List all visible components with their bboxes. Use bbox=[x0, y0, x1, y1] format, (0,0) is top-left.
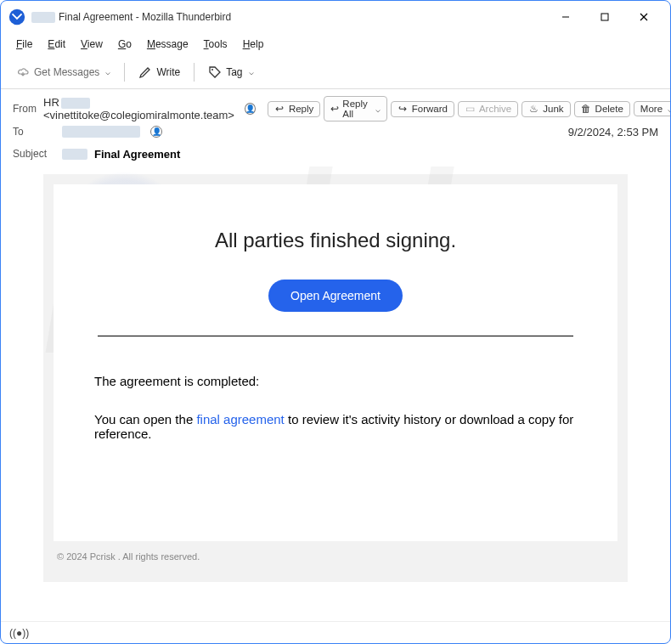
menubar: File Edit View Go Message Tools Help bbox=[1, 33, 670, 55]
reply-icon: ↩ bbox=[274, 104, 285, 115]
final-agreement-link[interactable]: final agreement bbox=[196, 412, 284, 427]
chevron-down-icon: ⌵ bbox=[375, 105, 381, 114]
svg-rect-2 bbox=[601, 14, 608, 20]
close-button[interactable] bbox=[624, 4, 663, 30]
menu-go[interactable]: Go bbox=[111, 36, 138, 53]
menu-view[interactable]: View bbox=[74, 36, 110, 53]
to-redacted bbox=[62, 126, 140, 138]
contact-icon[interactable]: 👤 bbox=[245, 103, 256, 115]
flame-icon: ♨ bbox=[528, 104, 539, 115]
reply-button[interactable]: ↩Reply bbox=[268, 101, 320, 117]
divider bbox=[98, 336, 573, 336]
subject-label: Subject bbox=[13, 148, 55, 160]
from-redacted bbox=[61, 98, 90, 109]
svg-point-0 bbox=[9, 9, 25, 25]
archive-icon: ▭ bbox=[465, 104, 476, 115]
email-footer: © 2024 Pcrisk . All rights reserved. bbox=[54, 541, 617, 572]
pencil-icon bbox=[138, 65, 152, 79]
menu-help[interactable]: Help bbox=[236, 36, 271, 53]
from-value: HR<vinettitoke@colegiomiralmonte.team> bbox=[43, 96, 234, 121]
menu-file[interactable]: File bbox=[9, 36, 39, 53]
tag-button[interactable]: Tag ⌵ bbox=[201, 62, 260, 82]
message-actions: ↩Reply ↩Reply All⌵ ↪Forward ▭Archive ♨Ju… bbox=[268, 96, 671, 121]
chevron-down-icon: ⌵ bbox=[249, 67, 254, 76]
svg-point-5 bbox=[211, 69, 213, 71]
reply-all-icon: ↩ bbox=[330, 104, 339, 115]
window-controls bbox=[546, 4, 663, 30]
maximize-button[interactable] bbox=[585, 4, 624, 30]
toolbar: Get Messages ⌵ Write Tag ⌵ bbox=[1, 55, 670, 89]
menu-tools[interactable]: Tools bbox=[197, 36, 234, 53]
completed-text: The agreement is completed: bbox=[94, 374, 577, 388]
subject-row: Subject Final Agreement bbox=[13, 144, 658, 164]
menu-edit[interactable]: Edit bbox=[41, 36, 72, 53]
cta-wrap: Open Agreement bbox=[94, 280, 577, 312]
title-redacted bbox=[31, 12, 55, 23]
subject-value: Final Agreement bbox=[94, 148, 180, 161]
menu-message[interactable]: Message bbox=[140, 36, 195, 53]
toolbar-separator bbox=[124, 63, 125, 82]
archive-button[interactable]: ▭Archive bbox=[458, 101, 518, 117]
activity-icon[interactable]: ((●)) bbox=[9, 627, 29, 639]
chevron-down-icon: ⌵ bbox=[105, 67, 110, 76]
to-row: To 👤 9/2/2024, 2:53 PM bbox=[13, 121, 658, 142]
delete-button[interactable]: 🗑Delete bbox=[574, 101, 630, 117]
download-cloud-icon bbox=[16, 65, 30, 79]
toolbar-separator bbox=[194, 63, 195, 82]
to-label: To bbox=[13, 126, 55, 138]
thunderbird-icon bbox=[8, 8, 26, 26]
trash-icon: 🗑 bbox=[581, 104, 592, 115]
junk-button[interactable]: ♨Junk bbox=[522, 101, 570, 117]
more-button[interactable]: More⌵ bbox=[634, 101, 671, 116]
subject-redacted bbox=[62, 149, 87, 160]
tag-icon bbox=[208, 65, 222, 79]
window-title: Final Agreement - Mozilla Thunderbird bbox=[59, 11, 546, 23]
statusbar: ((●)) bbox=[1, 621, 670, 643]
forward-icon: ↪ bbox=[398, 104, 409, 115]
get-messages-button[interactable]: Get Messages ⌵ bbox=[9, 62, 117, 82]
email-outer-container: All parties finished signing. Open Agree… bbox=[43, 174, 628, 582]
reply-all-button[interactable]: ↩Reply All⌵ bbox=[324, 96, 386, 121]
message-header: From HR<vinettitoke@colegiomiralmonte.te… bbox=[1, 89, 670, 164]
forward-button[interactable]: ↪Forward bbox=[391, 101, 454, 117]
body-paragraph: You can open the final agreement to revi… bbox=[94, 412, 577, 441]
email-card: All parties finished signing. Open Agree… bbox=[54, 184, 617, 541]
write-button[interactable]: Write bbox=[132, 62, 187, 82]
open-agreement-button[interactable]: Open Agreement bbox=[268, 280, 403, 312]
titlebar: Final Agreement - Mozilla Thunderbird bbox=[1, 1, 670, 33]
from-label: From bbox=[13, 103, 37, 115]
contact-icon[interactable]: 👤 bbox=[150, 126, 162, 138]
chevron-down-icon: ⌵ bbox=[668, 105, 671, 114]
from-row: From HR<vinettitoke@colegiomiralmonte.te… bbox=[13, 96, 658, 121]
email-headline: All parties finished signing. bbox=[94, 229, 577, 252]
email-body-viewport: All parties finished signing. Open Agree… bbox=[1, 164, 670, 582]
minimize-button[interactable] bbox=[546, 4, 585, 30]
message-date: 9/2/2024, 2:53 PM bbox=[568, 126, 658, 138]
